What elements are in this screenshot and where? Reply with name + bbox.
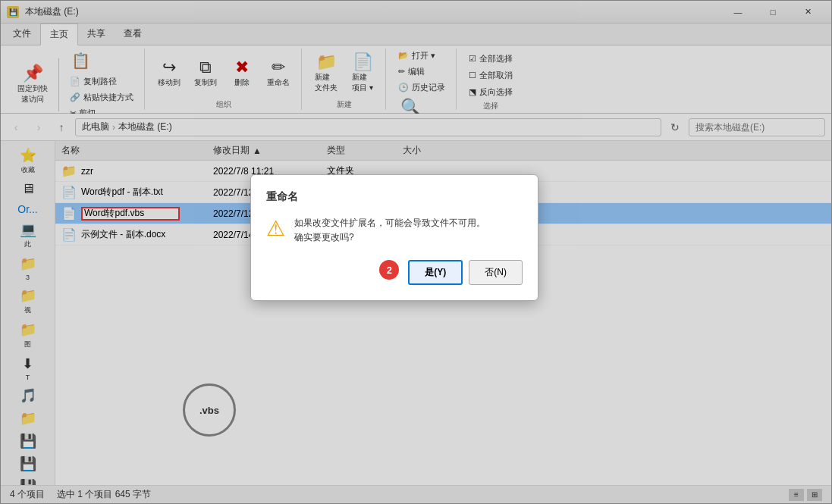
dialog-no-button[interactable]: 否(N) xyxy=(469,260,523,285)
dialog-line1: 如果改变文件扩展名，可能会导致文件不可用。 xyxy=(294,216,485,230)
dialog-yes-button[interactable]: 是(Y) xyxy=(408,260,463,285)
dialog-buttons: 2 是(Y) 否(N) xyxy=(266,260,523,285)
dialog-title: 重命名 xyxy=(266,190,523,204)
dialog-overlay: 重命名 ⚠ 如果改变文件扩展名，可能会导致文件不可用。 确实要更改吗? 2 是(… xyxy=(0,0,832,504)
rename-dialog: 重命名 ⚠ 如果改变文件扩展名，可能会导致文件不可用。 确实要更改吗? 2 是(… xyxy=(250,174,538,301)
window: 💾 本地磁盘 (E:) — □ ✕ 文件 主页 共享 查看 📌 固定到快速访问 xyxy=(0,0,832,504)
dialog-body: ⚠ 如果改变文件扩展名，可能会导致文件不可用。 确实要更改吗? xyxy=(266,216,523,245)
warning-icon: ⚠ xyxy=(266,216,285,241)
annotation-2: 2 xyxy=(379,260,399,280)
dialog-text: 如果改变文件扩展名，可能会导致文件不可用。 确实要更改吗? xyxy=(294,216,485,245)
dialog-line2: 确实要更改吗? xyxy=(294,230,485,245)
